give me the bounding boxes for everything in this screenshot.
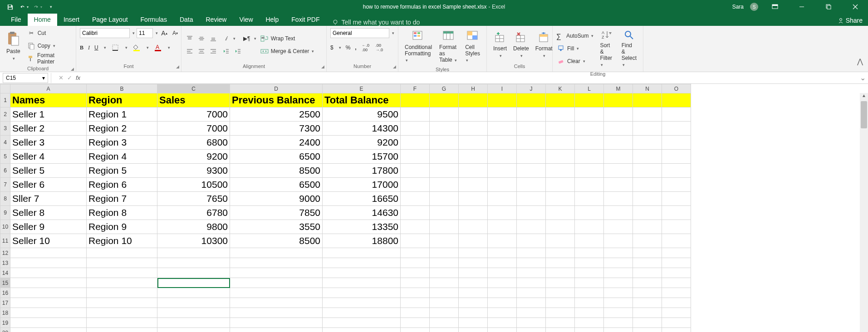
tab-review[interactable]: Review xyxy=(200,14,233,26)
cell-I20[interactable] xyxy=(488,328,517,332)
cell-D8[interactable]: 9000 xyxy=(230,192,323,206)
cell-C19[interactable] xyxy=(157,318,230,328)
chevron-down-icon[interactable]: ▾ xyxy=(104,45,106,50)
cell-F15[interactable] xyxy=(401,278,430,288)
cell-C15[interactable] xyxy=(157,278,230,288)
cell-D5[interactable]: 6500 xyxy=(230,150,323,164)
cell-empty[interactable] xyxy=(517,206,546,220)
cell-C11[interactable]: 10300 xyxy=(157,234,230,248)
cell-empty[interactable] xyxy=(662,234,691,248)
col-header-O[interactable]: O xyxy=(662,84,691,93)
row-header[interactable]: 7 xyxy=(0,178,10,192)
autosum-button[interactable]: ∑ AutoSum▾ xyxy=(556,30,593,41)
cell-H16[interactable] xyxy=(459,288,488,298)
cell-K15[interactable] xyxy=(546,278,575,288)
cell-G19[interactable] xyxy=(430,318,459,328)
cell-A18[interactable] xyxy=(10,308,87,318)
tab-formulas[interactable]: Formulas xyxy=(134,14,173,26)
cell-E18[interactable] xyxy=(323,308,401,318)
cell-A6[interactable]: Seller 5 xyxy=(10,164,87,178)
expand-formula-bar-icon[interactable]: ⌄ xyxy=(857,73,868,82)
cell-O18[interactable] xyxy=(662,308,691,318)
row-header[interactable]: 20 xyxy=(0,328,10,332)
cell-empty[interactable] xyxy=(488,150,517,164)
cell-B18[interactable] xyxy=(87,308,157,318)
decrease-decimal-icon[interactable]: .00→.0 xyxy=(375,43,384,52)
row-header[interactable]: 19 xyxy=(0,318,10,328)
cell-empty[interactable] xyxy=(459,136,488,150)
chevron-down-icon[interactable]: ▾ xyxy=(42,75,45,81)
cell-empty[interactable] xyxy=(430,164,459,178)
chevron-down-icon[interactable]: ▾ xyxy=(312,49,314,54)
cell-O13[interactable] xyxy=(662,258,691,268)
name-box[interactable]: C15 ▾ xyxy=(3,73,48,83)
cell-empty[interactable] xyxy=(662,122,691,136)
redo-icon[interactable]: ▾ xyxy=(32,1,43,12)
cell-G13[interactable] xyxy=(430,258,459,268)
cell-B2[interactable]: Region 1 xyxy=(87,107,157,122)
dialog-launcher-icon[interactable]: ◢ xyxy=(71,67,74,71)
row-header[interactable]: 12 xyxy=(0,248,10,258)
cell-empty[interactable] xyxy=(401,164,430,178)
cell-D18[interactable] xyxy=(230,308,323,318)
cell-B17[interactable] xyxy=(87,298,157,308)
chevron-down-icon[interactable]: ▾ xyxy=(591,34,593,38)
cell-empty[interactable] xyxy=(459,178,488,192)
cell-empty[interactable] xyxy=(546,178,575,192)
cell-M20[interactable] xyxy=(604,328,633,332)
cell-O12[interactable] xyxy=(662,248,691,258)
find-select-button[interactable]: Find &Select ▾ xyxy=(619,28,639,69)
cell-C20[interactable] xyxy=(157,328,230,332)
cell-empty[interactable] xyxy=(575,107,604,122)
cell-F16[interactable] xyxy=(401,288,430,298)
cell-B14[interactable] xyxy=(87,268,157,278)
col-header-F[interactable]: F xyxy=(401,84,430,93)
cell-M16[interactable] xyxy=(604,288,633,298)
cell-E3[interactable]: 14300 xyxy=(323,122,401,136)
cell-M18[interactable] xyxy=(604,308,633,318)
cell-C6[interactable]: 9300 xyxy=(157,164,230,178)
cell-E16[interactable] xyxy=(323,288,401,298)
cell-J12[interactable] xyxy=(517,248,546,258)
cell-empty[interactable] xyxy=(401,93,430,107)
cell-H20[interactable] xyxy=(459,328,488,332)
cell-empty[interactable] xyxy=(430,150,459,164)
cell-H15[interactable] xyxy=(459,278,488,288)
increase-indent-icon[interactable] xyxy=(233,47,242,56)
row-header[interactable]: 9 xyxy=(0,206,10,220)
cell-K12[interactable] xyxy=(546,248,575,258)
cell-empty[interactable] xyxy=(633,192,662,206)
cell-L19[interactable] xyxy=(575,318,604,328)
font-name-input[interactable] xyxy=(80,28,130,38)
insert-cells-button[interactable]: Insert▾ xyxy=(490,30,510,60)
format-as-table-button[interactable]: Format asTable ▾ xyxy=(436,28,461,65)
cell-D12[interactable] xyxy=(230,248,323,258)
cell-empty[interactable] xyxy=(401,107,430,122)
col-header-B[interactable]: B xyxy=(87,84,157,93)
col-header-J[interactable]: J xyxy=(517,84,546,93)
cell-empty[interactable] xyxy=(633,220,662,234)
percent-icon[interactable]: % xyxy=(346,44,351,51)
row-header[interactable]: 18 xyxy=(0,308,10,318)
maximize-icon[interactable] xyxy=(818,0,839,14)
accounting-icon[interactable]: $ xyxy=(330,44,333,51)
cell-J17[interactable] xyxy=(517,298,546,308)
cell-empty[interactable] xyxy=(575,136,604,150)
cell-M14[interactable] xyxy=(604,268,633,278)
delete-cells-button[interactable]: Delete▾ xyxy=(510,30,532,60)
cell-empty[interactable] xyxy=(517,122,546,136)
cell-G12[interactable] xyxy=(430,248,459,258)
align-left-icon[interactable] xyxy=(185,47,194,56)
cell-empty[interactable] xyxy=(633,164,662,178)
cell-empty[interactable] xyxy=(662,164,691,178)
cell-empty[interactable] xyxy=(517,178,546,192)
row-header[interactable]: 14 xyxy=(0,268,10,278)
chevron-down-icon[interactable]: ▾ xyxy=(339,45,341,50)
cell-empty[interactable] xyxy=(401,206,430,220)
cell-D9[interactable]: 7850 xyxy=(230,206,323,220)
cell-I12[interactable] xyxy=(488,248,517,258)
col-header-H[interactable]: H xyxy=(459,84,488,93)
share-button[interactable]: Share xyxy=(838,17,863,26)
dialog-launcher-icon[interactable]: ◢ xyxy=(393,64,396,69)
chevron-down-icon[interactable]: ▾ xyxy=(168,45,170,50)
